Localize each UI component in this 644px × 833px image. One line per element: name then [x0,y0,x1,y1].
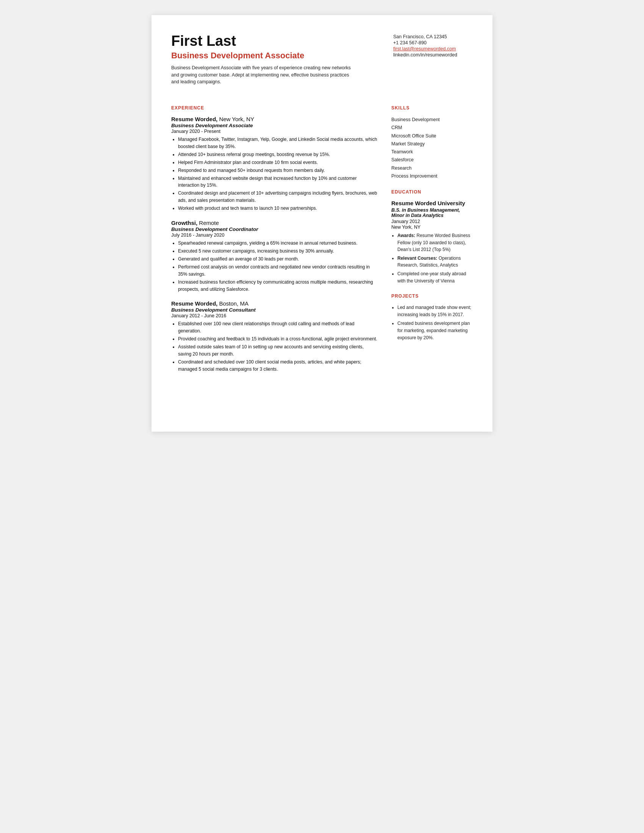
header-section: First Last Business Development Associat… [171,33,473,85]
projects-section-label: PROJECTS [391,293,473,299]
skills-section-label: SKILLS [391,105,473,111]
candidate-name: First Last [171,33,353,49]
job-role-1: Business Development Associate [171,123,378,129]
bullet: Established over 100 new client relation… [178,320,378,335]
edu-bullets: Awards: Resume Worded Business Fellow (o… [391,232,473,285]
edu-date: January 2012 [391,219,473,224]
edu-bullet-awards: Awards: Resume Worded Business Fellow (o… [398,232,473,253]
bullet: Coordinated design and placement of 10+ … [178,190,378,204]
skill-item: CRM [391,124,473,132]
projects-list: Led and managed trade show event; increa… [391,304,473,341]
job-company-name-1: Resume Worded, [171,116,217,122]
skill-item: Salesforce [391,156,473,164]
job-bullets-2: Spearheaded renewal campaigns, yielding … [171,240,378,293]
job-bullets-1: Managed Facebook, Twitter, Instagram, Ye… [171,136,378,212]
skill-item: Market Strategy [391,140,473,148]
job-company-2: Growthsi, Remote [171,220,378,226]
edu-school: Resume Worded University [391,200,473,207]
main-columns: EXPERIENCE Resume Worded, New York, NY B… [171,96,473,381]
bullet: Managed Facebook, Twitter, Instagram, Ye… [178,136,378,150]
candidate-title: Business Development Associate [171,51,353,61]
job-dates-1: January 2020 - Present [171,129,378,134]
job-bullets-3: Established over 100 new client relation… [171,320,378,373]
job-company-name-2: Growthsi, [171,220,197,226]
bullet: Increased business function efficiency b… [178,279,378,293]
contact-location: San Francisco, CA 12345 [393,34,473,39]
bullet: Coordinated and scheduled over 100 clien… [178,359,378,373]
job-role-3: Business Development Consultant [171,307,378,313]
job-block-1: Resume Worded, New York, NY Business Dev… [171,116,378,212]
job-role-2: Business Development Coordinator [171,227,378,232]
bullet: Maintained and enhanced website design t… [178,175,378,189]
header-left: First Last Business Development Associat… [171,33,353,85]
contact-phone: +1 234 567-890 [393,40,473,45]
email-link[interactable]: first.last@resumeworded.com [393,46,456,51]
skill-item: Process Improvement [391,172,473,180]
right-column: SKILLS Business Development CRM Microsof… [391,96,473,381]
job-block-3: Resume Worded, Boston, MA Business Devel… [171,300,378,373]
edu-abroad-text: Completed one-year study abroad with the… [398,271,466,284]
bullet: Spearheaded renewal campaigns, yielding … [178,240,378,247]
job-location-1: New York, NY [217,116,254,122]
edu-location: New York, NY [391,225,473,230]
skill-item: Teamwork [391,148,473,156]
education-section-label: EDUCATION [391,189,473,195]
experience-section-label: EXPERIENCE [171,105,378,111]
resume-document: First Last Business Development Associat… [151,15,493,432]
bullet: Assisted outside sales team of 10 in set… [178,343,378,358]
project-item-1: Led and managed trade show event; increa… [398,304,473,318]
candidate-summary: Business Development Associate with five… [171,64,353,85]
edu-awards-label: Awards: [398,233,415,238]
bullet: Attended 10+ business referral group mee… [178,151,378,158]
skill-item: Research [391,164,473,172]
job-dates-3: January 2012 - June 2016 [171,313,378,318]
job-company-1: Resume Worded, New York, NY [171,116,378,122]
left-column: EXPERIENCE Resume Worded, New York, NY B… [171,96,378,381]
project-item-2: Created business development plan for ma… [398,320,473,341]
contact-linkedin: linkedin.com/in/resumeworded [393,52,473,58]
edu-courses-label: Relevant Courses: [398,256,437,261]
bullet: Performed cost analysis on vendor contra… [178,264,378,278]
bullet: Helped Firm Administrator plan and coord… [178,159,378,166]
bullet: Generated and qualified an average of 30… [178,256,378,263]
job-company-3: Resume Worded, Boston, MA [171,300,378,307]
contact-email[interactable]: first.last@resumeworded.com [393,46,473,51]
skills-list: Business Development CRM Microsoft Offic… [391,116,473,180]
edu-bullet-courses: Relevant Courses: Operations Research, S… [398,255,473,269]
job-block-2: Growthsi, Remote Business Development Co… [171,220,378,293]
bullet: Responded to and managed 50+ inbound req… [178,167,378,174]
bullet: Provided coaching and feedback to 15 ind… [178,336,378,343]
job-location-3: Boston, MA [217,300,248,307]
bullet: Worked with product and tech teams to la… [178,205,378,212]
job-location-2: Remote [197,220,219,226]
edu-degree: B.S. in Business Management, Minor in Da… [391,207,473,218]
bullet: Executed 5 new customer campaigns, incre… [178,248,378,255]
contact-info: San Francisco, CA 12345 +1 234 567-890 f… [393,33,473,58]
edu-bullet-abroad: Completed one-year study abroad with the… [398,270,473,285]
job-dates-2: July 2016 - January 2020 [171,233,378,238]
job-company-name-3: Resume Worded, [171,300,217,307]
skill-item: Business Development [391,116,473,124]
skill-item: Microsoft Office Suite [391,132,473,140]
